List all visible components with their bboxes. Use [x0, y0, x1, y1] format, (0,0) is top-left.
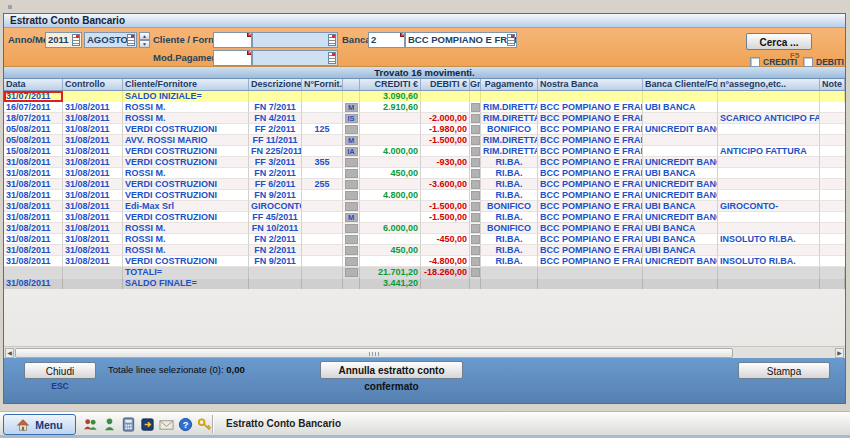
cliente-list-icon[interactable]: [328, 34, 336, 46]
help-icon[interactable]: ?: [178, 417, 193, 433]
cell-crediti: [360, 212, 421, 223]
cell-nostra_banca: BCC POMPIANO E FRANCI...: [538, 135, 643, 146]
movement-row[interactable]: 05/08/201131/08/2011VERDI COSTRUZIONIFF …: [4, 124, 845, 135]
cell-pagamento: RI.BA.: [481, 256, 538, 267]
cliente-code-input[interactable]: ✕: [213, 32, 252, 48]
cell-controllo: [63, 91, 123, 102]
cell-nostra_banca: BCC POMPIANO E FRANCI...: [538, 102, 643, 113]
movement-row[interactable]: 31/08/201131/08/2011ROSSI M.FN 2/2011450…: [4, 168, 845, 179]
cell-data: 31/08/2011: [4, 278, 63, 289]
grid-header-banca-cliente-forn-[interactable]: Banca Cliente/Forn.: [643, 79, 718, 90]
cell-data: 31/08/2011: [4, 245, 63, 256]
spinner-up-icon[interactable]: ▲: [139, 32, 150, 40]
mod-pagamento-list-icon[interactable]: [328, 52, 336, 64]
cell-debiti: -1.500,00: [421, 201, 470, 212]
totali-row[interactable]: TOTALI=21.701,20-18.260,00: [4, 267, 845, 278]
cell-n_fornit: [302, 234, 343, 245]
annulla-estratto-button[interactable]: Annulla estratto conto confermato: [320, 361, 463, 379]
cell-n_fornit: [302, 146, 343, 157]
cell-cliente: ROSSI M.: [123, 113, 249, 124]
cell-nostra_banca: [538, 267, 643, 278]
movement-row[interactable]: 15/08/201131/08/2011VERDI COSTRUZIONIFN …: [4, 146, 845, 157]
cell-data: 16/07/2011: [4, 102, 63, 113]
cell-banca_cf: UBI BANCA: [643, 168, 718, 179]
banca-list-icon[interactable]: [507, 34, 515, 46]
movement-row[interactable]: 31/08/201131/08/2011VERDI COSTRUZIONIFF …: [4, 212, 845, 223]
cell-assegno: [718, 168, 820, 179]
chiudi-button[interactable]: Chiudi: [24, 362, 96, 379]
stampa-button[interactable]: Stampa: [738, 362, 830, 379]
grid-header-gr[interactable]: Gr: [470, 79, 481, 90]
exit-icon[interactable]: [140, 417, 155, 433]
banca-code-input[interactable]: 2 ✕: [368, 32, 405, 48]
movement-row[interactable]: 31/08/201131/08/2011Edi-Max SrlGIROCONTO…: [4, 201, 845, 212]
cell-debiti: [421, 245, 470, 256]
cell-assegno: [718, 278, 820, 289]
mese-field[interactable]: AGOSTO: [84, 32, 137, 48]
crediti-checkbox[interactable]: [750, 57, 760, 67]
cell-nostra_banca: [538, 91, 643, 102]
cliente-name-field[interactable]: [252, 32, 338, 48]
grid-header-data[interactable]: Data: [4, 79, 63, 90]
scrollbar-thumb[interactable]: [15, 348, 733, 358]
movement-row[interactable]: 31/08/201131/08/2011ROSSI M.FN 2/2011-45…: [4, 234, 845, 245]
cliente-fornitore-label: Cliente / Fornitore: [153, 32, 210, 48]
movement-row[interactable]: 05/08/201131/08/2011AVV. ROSSI MARIOFF 1…: [4, 135, 845, 146]
mese-list-icon[interactable]: [127, 34, 135, 46]
grid-header-note[interactable]: Note: [820, 79, 845, 90]
grid-header-cliente-fornitore[interactable]: Cliente/Fornitore: [123, 79, 249, 90]
cell-n_fornit: 255: [302, 179, 343, 190]
crediti-checkbox-label: CREDITI: [763, 57, 797, 67]
mod-pagamento-name-field[interactable]: [252, 50, 338, 66]
grid-header-flag[interactable]: [343, 79, 360, 90]
horizontal-scrollbar[interactable]: ◀ ▶: [4, 346, 845, 358]
movement-row[interactable]: 18/07/201131/08/2011ROSSI M.FN 4/2011IS-…: [4, 113, 845, 124]
cell-controllo: 31/08/2011: [63, 245, 123, 256]
grid-header-nostra-banca[interactable]: Nostra Banca: [538, 79, 643, 90]
movement-row[interactable]: 31/08/201131/08/2011VERDI COSTRUZIONIFF …: [4, 179, 845, 190]
cell-note: [820, 278, 845, 289]
banca-name-field[interactable]: BCC POMPIANO E FRANC: [405, 32, 517, 48]
cell-assegno: [718, 190, 820, 201]
cell-controllo: 31/08/2011: [63, 168, 123, 179]
anno-list-icon[interactable]: [72, 34, 80, 46]
cerca-button[interactable]: Cerca ...: [746, 33, 812, 50]
key-icon[interactable]: [197, 417, 212, 433]
cell-cliente: ROSSI M.: [123, 102, 249, 113]
grid-header-crediti-[interactable]: CREDITI €: [360, 79, 421, 90]
movement-row[interactable]: 16/07/201131/08/2011ROSSI M.FN 7/2011M2.…: [4, 102, 845, 113]
grid-header-n-assegno-etc-[interactable]: n°assegno,etc..: [718, 79, 820, 90]
grid-header-n-fornit-[interactable]: N°Fornit.: [302, 79, 343, 90]
debiti-checkbox[interactable]: [803, 57, 813, 67]
cell-note: [820, 223, 845, 234]
menu-button[interactable]: Menu: [3, 414, 76, 435]
scroll-left-icon[interactable]: ◀: [5, 348, 14, 358]
grid-header-pagamento[interactable]: Pagamento: [481, 79, 538, 90]
movement-row[interactable]: 31/08/201131/08/2011VERDI COSTRUZIONIFN …: [4, 256, 845, 267]
calculator-icon[interactable]: [121, 417, 136, 433]
cell-debiti: [421, 146, 470, 157]
movement-row[interactable]: 31/08/201131/08/2011VERDI COSTRUZIONIFF …: [4, 157, 845, 168]
anno-field[interactable]: 2011: [45, 32, 82, 48]
cell-nostra_banca: BCC POMPIANO E FRANCI...: [538, 157, 643, 168]
window-title: Estratto Conto Bancario: [10, 15, 125, 26]
movement-row[interactable]: 31/08/201131/08/2011ROSSI M.FN 10/20116.…: [4, 223, 845, 234]
cell-banca_cf: [643, 146, 718, 157]
movement-row[interactable]: 31/08/201131/08/2011VERDI COSTRUZIONIFN …: [4, 190, 845, 201]
users-icon[interactable]: [83, 417, 98, 433]
flag-cell: M: [343, 102, 360, 113]
mail-icon[interactable]: [159, 417, 174, 433]
user-icon[interactable]: [102, 417, 117, 433]
cell-note: [820, 91, 845, 102]
saldo-finale-row[interactable]: 31/08/2011SALDO FINALE=3.441,20: [4, 278, 845, 289]
cell-debiti: [421, 168, 470, 179]
spinner-down-icon[interactable]: ▼: [139, 40, 150, 48]
mod-pagamento-code-input[interactable]: ✕: [213, 50, 252, 66]
grid-header-controllo[interactable]: Controllo: [63, 79, 123, 90]
grid-header-debiti-[interactable]: DEBITI €: [421, 79, 470, 90]
cell-data: 18/07/2011: [4, 113, 63, 124]
movement-row[interactable]: 31/08/201131/08/2011ROSSI M.FN 2/2011450…: [4, 245, 845, 256]
grid-header-descrizione[interactable]: Descrizione: [249, 79, 302, 90]
saldo-iniziale-row[interactable]: 31/07/2011SALDO INIZIALE=3.090,60: [4, 91, 845, 102]
scroll-right-icon[interactable]: ▶: [835, 348, 844, 358]
